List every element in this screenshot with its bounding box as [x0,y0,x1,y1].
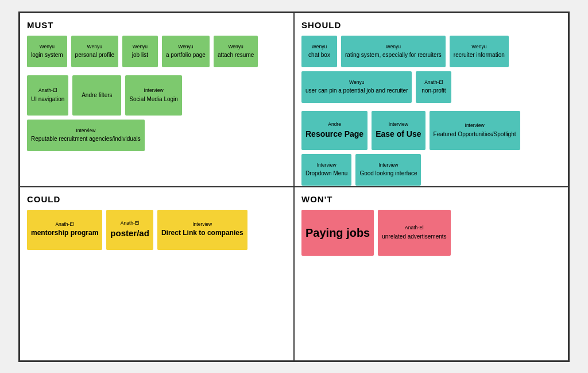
wont-sticky-area: Paying jobs Anath-El unrelated advertise… [301,210,561,260]
list-item: Wenyu personal profile [71,36,118,67]
should-row1: Wenyu chat box Wenyu rating system, espe… [301,36,561,103]
list-item: Wenyu a portfolio page [162,36,210,67]
list-item: Andre Resource Page [301,111,368,150]
must-row2: Anath-El UI navigation Andre filters Int… [27,75,287,151]
list-item: Wenyu job list [122,36,158,67]
should-row2: Andre Resource Page Interview Ease of Us… [301,111,561,186]
list-item: Wenyu chat box [301,36,337,67]
list-item: Paying jobs [301,210,374,256]
list-item: Wenyu rating system, especially for recr… [341,36,446,67]
wont-title: WON'T [301,194,561,204]
should-sticky-area: Wenyu chat box Wenyu rating system, espe… [301,36,561,187]
list-item: Interview Ease of Use [372,111,425,150]
must-quadrant: MUST Wenyu login system Wenyu personal p… [20,13,294,187]
list-item: Andre filters [72,75,121,116]
list-item: Interview Good looking interface [355,154,421,186]
moscow-board: MUST Wenyu login system Wenyu personal p… [18,11,570,362]
should-quadrant: SHOULD Wenyu chat box Wenyu rating syste… [294,13,568,187]
could-sticky-area: Anath-El mentorship program Anath-El pos… [27,210,287,254]
should-title: SHOULD [301,20,561,30]
list-item: Wenyu recruiter information [450,36,509,67]
wont-quadrant: WON'T Paying jobs Anath-El unrelated adv… [294,187,568,361]
list-item: Wenyu login system [27,36,67,67]
list-item: Interview Dropdown Menu [301,154,351,186]
list-item: Interview Reputable recruitment agencies… [27,120,145,151]
could-row1: Anath-El mentorship program Anath-El pos… [27,210,247,250]
list-item: Wenyu attach resume [214,36,258,67]
must-title: MUST [27,20,287,30]
wont-row1: Paying jobs Anath-El unrelated advertise… [301,210,451,256]
list-item: Wenyu user can pin a potential job and r… [301,71,412,103]
list-item: Anath-El non-profit [416,71,451,103]
list-item: Interview Social Media Login [125,75,182,116]
list-item: Anath-El UI navigation [27,75,68,116]
list-item: Anath-El unrelated advertisements [378,210,450,256]
list-item: Interview Direct Link to companies [157,210,247,250]
must-row1: Wenyu login system Wenyu personal profil… [27,36,258,67]
list-item: Anath-El mentorship program [27,210,102,250]
must-sticky-area: Wenyu login system Wenyu personal profil… [27,36,287,155]
list-item: Interview Featured Opportunities/Spotlig… [430,111,520,150]
could-title: COULD [27,194,287,204]
list-item: Anath-El poster/ad [106,210,153,250]
could-quadrant: COULD Anath-El mentorship program Anath-… [20,187,294,361]
